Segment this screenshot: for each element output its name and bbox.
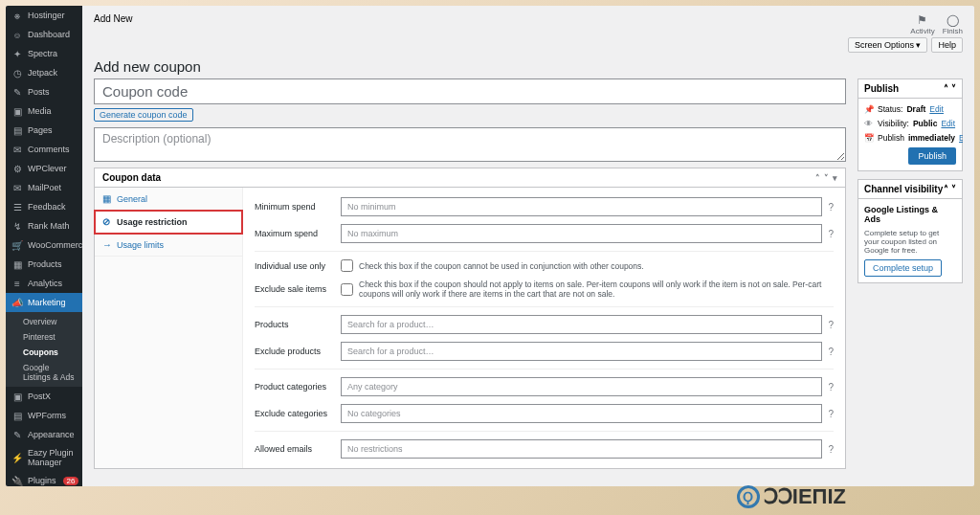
coupon-description-textarea[interactable] (94, 127, 846, 162)
help-button[interactable]: Help (931, 37, 963, 53)
individual-use-checkbox[interactable] (341, 259, 353, 272)
metabox-up-icon[interactable]: ˄ (944, 184, 948, 194)
exclude-categories-label: Exclude categories (255, 409, 331, 418)
complete-setup-button[interactable]: Complete setup (864, 259, 942, 277)
sidebar-item-appearance[interactable]: ✎Appearance (6, 425, 82, 444)
metabox-toggle-icon[interactable]: ˅ (951, 83, 956, 94)
sidebar-item-products[interactable]: ▦Products (6, 255, 82, 274)
plugins-update-badge: 26 (63, 477, 79, 485)
tab-usage-limits[interactable]: →Usage limits (95, 234, 242, 257)
edit-status-link[interactable]: Edit (929, 104, 944, 114)
metabox-up-icon[interactable]: ˄ (815, 173, 820, 183)
help-icon[interactable]: ? (828, 202, 834, 213)
metabox-toggle-icon[interactable]: ▾ (833, 173, 837, 183)
individual-use-desc: Check this box if the coupon cannot be u… (359, 261, 834, 271)
feedback-icon: ☰ (11, 201, 23, 213)
sidebar-item-label: PostX (28, 392, 51, 401)
limits-icon: → (102, 239, 112, 250)
channel-visibility-metabox: Channel visibility˄ ˅ Google Listings & … (858, 179, 963, 283)
exclude-categories-input[interactable] (341, 404, 822, 423)
sidebar-item-label: Products (28, 259, 62, 269)
exclude-products-input[interactable] (341, 342, 822, 361)
metabox-down-icon[interactable]: ˅ (824, 173, 829, 183)
submenu-google-listings[interactable]: Google Listings & Ads (6, 360, 82, 385)
sidebar-item-mailpoet[interactable]: ✉MailPoet (6, 178, 82, 197)
metabox-title: Coupon data (102, 172, 161, 183)
help-icon[interactable]: ? (828, 229, 834, 239)
watermark-logo-icon: Ϙ (737, 485, 760, 508)
tab-general[interactable]: ▦General (95, 188, 242, 211)
sidebar-item-label: Hostinger (28, 11, 65, 20)
sidebar-item-eazy-plugin[interactable]: ⚡Eazy Plugin Manager (6, 444, 82, 471)
coupon-code-input[interactable] (94, 78, 846, 104)
sidebar-item-hostinger[interactable]: ⎈Hostinger (6, 6, 82, 25)
sidebar-item-label: Marketing (28, 298, 66, 307)
tab-usage-restriction[interactable]: ⊘Usage restriction (95, 211, 242, 234)
min-spend-input[interactable] (341, 197, 822, 216)
sidebar-item-jetpack[interactable]: ◷Jetpack (6, 63, 82, 82)
publish-title: Publish (864, 83, 899, 94)
sidebar-item-label: WPClever (28, 164, 67, 173)
posts-icon: ✎ (11, 86, 23, 98)
metabox-toggle-icon[interactable]: ˅ (951, 184, 956, 194)
sidebar-item-label: Plugins (28, 476, 56, 485)
comments-icon: ✉ (11, 144, 23, 155)
edit-schedule-link[interactable]: Edit (959, 133, 963, 143)
screen-options-button[interactable]: Screen Options ▾ (848, 37, 928, 53)
marketing-icon: 📣 (11, 297, 23, 308)
submenu-overview[interactable]: Overview (6, 314, 82, 329)
max-spend-input[interactable] (341, 224, 822, 243)
sidebar-item-feedback[interactable]: ☰Feedback (6, 197, 82, 216)
sidebar-item-plugins[interactable]: 🔌Plugins26 (6, 471, 82, 486)
help-icon[interactable]: ? (828, 320, 834, 330)
sidebar-item-label: Dashboard (28, 30, 70, 39)
sidebar-item-wpclever[interactable]: ⚙WPClever (6, 159, 82, 178)
sidebar-item-label: Analytics (28, 279, 62, 288)
channel-title: Channel visibility (864, 184, 943, 194)
sidebar-item-spectra[interactable]: ✦Spectra (6, 44, 82, 63)
help-icon[interactable]: ? (828, 382, 834, 392)
edit-visibility-link[interactable]: Edit (941, 119, 955, 128)
page-title: Add new coupon (94, 58, 963, 75)
allowed-emails-input[interactable] (341, 439, 822, 459)
sidebar-item-postx[interactable]: ▣PostX (6, 387, 82, 406)
submenu-coupons[interactable]: Coupons (6, 345, 82, 360)
exclude-sale-checkbox[interactable] (341, 283, 353, 296)
sidebar-item-rankmath[interactable]: ↯Rank Math (6, 216, 82, 235)
help-icon[interactable]: ? (828, 347, 834, 357)
metabox-up-icon[interactable]: ˄ (944, 83, 948, 94)
sidebar-item-pages[interactable]: ▤Pages (6, 121, 82, 140)
coupon-data-metabox: Coupon data ˄˅▾ ▦General ⊘Usage restrict… (94, 168, 846, 469)
watermark: Ϙ ϽϽΙΕΠΙΖ (737, 484, 846, 509)
topbar: Add New ⚑Activity ◯Finish (94, 13, 963, 35)
sidebar-item-dashboard[interactable]: ⌾Dashboard (6, 25, 82, 44)
generate-coupon-button[interactable]: Generate coupon code (94, 108, 193, 122)
breadcrumb: Add New (94, 13, 133, 24)
wpclever-icon: ⚙ (11, 163, 23, 174)
help-icon[interactable]: ? (828, 444, 834, 455)
sidebar-item-label: Appearance (28, 430, 75, 439)
sidebar-item-analytics[interactable]: ≡Analytics (6, 274, 82, 293)
check-icon: ◯ (947, 13, 959, 27)
jetpack-icon: ◷ (11, 67, 23, 78)
sidebar-item-posts[interactable]: ✎Posts (6, 82, 82, 101)
publish-button[interactable]: Publish (908, 147, 956, 165)
appearance-icon: ✎ (11, 429, 23, 440)
sidebar-item-label: Media (28, 106, 52, 116)
exclude-sale-desc: Check this box if the coupon should not … (359, 280, 834, 299)
categories-input[interactable] (341, 377, 822, 396)
sidebar-item-media[interactable]: ▣Media (6, 101, 82, 121)
sidebar-item-marketing[interactable]: 📣Marketing (6, 293, 82, 312)
pin-icon: 📌 (864, 104, 874, 114)
products-input[interactable] (341, 315, 822, 334)
products-label: Products (255, 320, 331, 329)
sidebar-item-woocommerce[interactable]: 🛒WooCommerce (6, 235, 82, 255)
activity-button[interactable]: ⚑Activity (910, 13, 934, 35)
sidebar-item-comments[interactable]: ✉Comments (6, 140, 82, 159)
sidebar-item-label: Spectra (28, 49, 57, 58)
finish-button[interactable]: ◯Finish (943, 13, 963, 35)
help-icon[interactable]: ? (828, 409, 834, 419)
publish-metabox: Publish˄ ˅ 📌Status: Draft Edit 👁Visibili… (858, 78, 963, 171)
sidebar-item-wpforms[interactable]: ▤WPForms (6, 406, 82, 425)
submenu-pinterest[interactable]: Pinterest (6, 329, 82, 345)
